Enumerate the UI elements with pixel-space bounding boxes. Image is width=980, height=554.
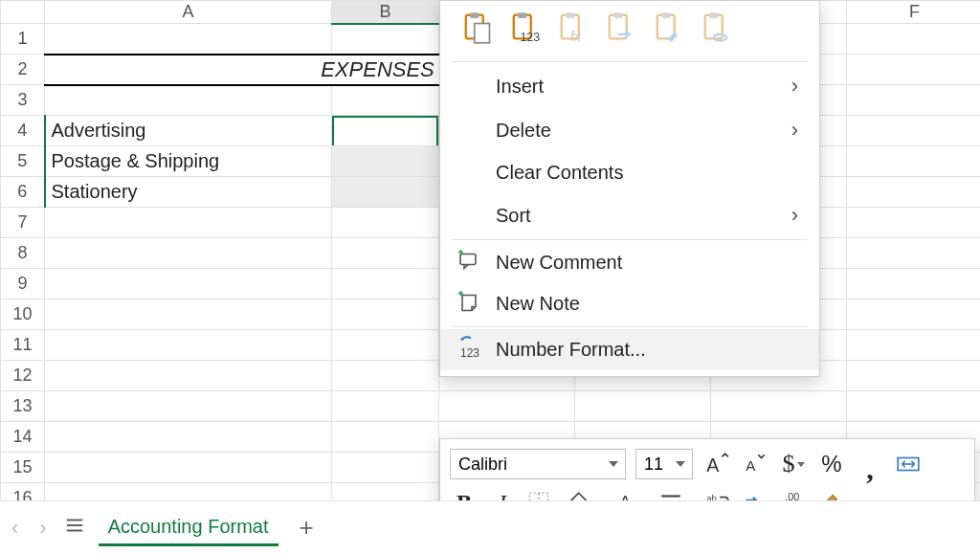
cell[interactable] <box>847 146 981 177</box>
col-header-a[interactable]: A <box>45 1 332 24</box>
row-header-11[interactable]: 11 <box>1 330 45 361</box>
cell[interactable] <box>847 330 981 361</box>
menu-item-insert[interactable]: Insert › <box>440 64 819 108</box>
cell[interactable] <box>45 330 332 361</box>
col-header-b[interactable]: B <box>332 1 439 24</box>
menu-item-new-comment[interactable]: New Comment <box>440 242 819 283</box>
cell[interactable] <box>332 391 439 422</box>
paste-transpose-icon[interactable] <box>603 11 637 50</box>
cell[interactable] <box>439 391 575 422</box>
cell[interactable] <box>847 85 981 116</box>
svg-rect-1 <box>470 12 479 18</box>
cell-a5[interactable]: Postage & Shipping <box>45 146 332 177</box>
row-header-3[interactable]: 3 <box>1 85 45 116</box>
row-header-6[interactable]: 6 <box>1 177 45 208</box>
menu-separator <box>452 239 808 240</box>
add-sheet-button[interactable]: + <box>292 513 322 543</box>
cell[interactable] <box>847 55 981 85</box>
comma-format-button[interactable]: , <box>856 450 884 478</box>
cell-b5[interactable] <box>332 146 439 177</box>
tab-nav-prev[interactable]: ‹ <box>8 512 22 544</box>
cell[interactable] <box>45 208 332 238</box>
paste-formatting-icon[interactable] <box>651 11 685 50</box>
cell[interactable] <box>332 85 439 116</box>
menu-item-sort[interactable]: Sort › <box>440 193 819 237</box>
chevron-right-icon: › <box>791 118 798 143</box>
cell[interactable] <box>847 208 981 238</box>
row-header-1[interactable]: 1 <box>1 24 45 55</box>
percent-format-button[interactable]: % <box>817 450 846 478</box>
cell[interactable] <box>711 391 847 422</box>
cell[interactable] <box>45 238 332 269</box>
cell[interactable] <box>332 422 439 453</box>
menu-item-delete[interactable]: Delete › <box>440 108 819 152</box>
cell[interactable] <box>575 391 711 422</box>
row-header-12[interactable]: 12 <box>1 361 45 391</box>
cell[interactable] <box>332 330 439 361</box>
menu-item-number-format[interactable]: 123 Number Format... <box>440 329 819 370</box>
row-header-10[interactable]: 10 <box>1 299 45 330</box>
comma-icon: , <box>866 454 874 474</box>
row-header-5[interactable]: 5 <box>1 146 45 177</box>
cell[interactable] <box>45 453 332 483</box>
cell[interactable] <box>332 269 439 299</box>
cell-b6[interactable] <box>332 177 439 208</box>
paste-formulas-icon[interactable]: fx <box>555 11 590 50</box>
cell[interactable] <box>847 238 981 269</box>
cell[interactable] <box>332 299 439 330</box>
cell[interactable] <box>847 24 981 55</box>
context-menu: 123 fx Insert › Delete › Clear Contents … <box>439 0 820 377</box>
menu-label: New Comment <box>496 252 622 274</box>
row-header-4[interactable]: 4 <box>1 116 45 146</box>
cell-a4[interactable]: Advertising <box>45 116 332 146</box>
selection-outline <box>332 116 438 146</box>
cell[interactable] <box>847 269 981 299</box>
menu-label: Sort <box>496 205 531 227</box>
cell[interactable] <box>45 422 332 453</box>
font-select[interactable] <box>450 449 626 479</box>
paste-values-icon[interactable]: 123 <box>507 11 542 50</box>
cell[interactable] <box>45 391 332 422</box>
cell[interactable] <box>847 361 981 391</box>
sheet-tab-active[interactable]: Accounting Format <box>99 510 278 546</box>
svg-text:123: 123 <box>521 31 541 44</box>
row-header-13[interactable]: 13 <box>1 391 45 422</box>
cell[interactable] <box>332 453 439 483</box>
menu-item-clear-contents[interactable]: Clear Contents <box>440 152 819 193</box>
all-sheets-button[interactable] <box>64 515 85 541</box>
menu-item-new-note[interactable]: New Note <box>440 283 819 324</box>
cell[interactable] <box>847 177 981 208</box>
accounting-format-button[interactable]: $ <box>779 450 808 478</box>
increase-font-button[interactable]: A <box>702 450 731 478</box>
font-size-select[interactable] <box>635 449 693 479</box>
select-all-corner[interactable] <box>1 1 45 24</box>
row-header-8[interactable]: 8 <box>1 238 45 269</box>
cell[interactable] <box>847 391 981 422</box>
merge-center-button[interactable] <box>894 450 923 478</box>
paste-icon[interactable] <box>459 11 494 50</box>
row-header-9[interactable]: 9 <box>1 269 45 299</box>
row-header-15[interactable]: 15 <box>1 453 45 483</box>
paste-link-icon[interactable] <box>699 11 733 50</box>
tab-nav-next[interactable]: › <box>35 512 50 544</box>
cell[interactable] <box>847 299 981 330</box>
cell[interactable] <box>45 85 332 116</box>
row-header-7[interactable]: 7 <box>1 208 45 238</box>
cell[interactable] <box>45 269 332 299</box>
decrease-font-button[interactable]: A <box>741 450 769 478</box>
row-header-14[interactable]: 14 <box>1 422 45 453</box>
cell[interactable] <box>332 208 439 238</box>
cell-a6[interactable]: Stationery <box>45 177 332 208</box>
cell[interactable] <box>332 238 439 269</box>
sheet-tabs-bar: ‹ › Accounting Format + <box>0 500 980 554</box>
cell-b4[interactable] <box>332 116 439 146</box>
cell[interactable] <box>45 361 332 391</box>
cell[interactable] <box>45 24 332 55</box>
cell[interactable] <box>847 116 981 146</box>
row-header-2[interactable]: 2 <box>1 55 45 85</box>
chevron-right-icon: › <box>791 74 798 99</box>
cell[interactable] <box>332 24 439 55</box>
cell[interactable] <box>332 361 439 391</box>
cell[interactable] <box>45 299 332 330</box>
col-header-f[interactable]: F <box>847 1 981 24</box>
